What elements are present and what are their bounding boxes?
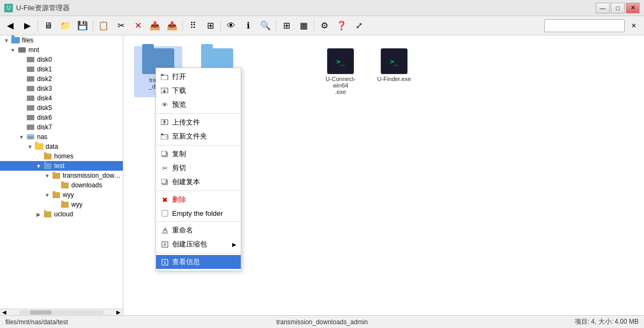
sidebar-label-disk1: disk1 (37, 65, 52, 73)
help-button[interactable]: ❓ (334, 18, 350, 33)
sidebar-item-ucloud[interactable]: ▶ ucloud (0, 209, 123, 219)
sidebar-item-wyy-leaf[interactable]: wyy (0, 200, 123, 209)
disk2-icon (26, 75, 35, 83)
panel-button[interactable]: ▦ (295, 18, 312, 33)
sidebar-item-disk6[interactable]: disk6 (0, 113, 123, 122)
sidebar-label-mnt: mnt (28, 46, 39, 54)
sidebar-item-disk4[interactable]: disk4 (0, 93, 123, 103)
layout-button[interactable]: ⊞ (278, 18, 294, 33)
menu-item-empty-folder[interactable]: Empty the folder (156, 207, 241, 220)
menu-sep-5 (156, 253, 241, 253)
file-item-ufinder[interactable]: >_ U-Finder.exe (370, 46, 418, 97)
menu-label-download: 下载 (172, 86, 186, 96)
sidebar-item-homes[interactable]: homes (0, 151, 123, 161)
ucloud-icon (43, 210, 53, 218)
minimize-button[interactable]: — (596, 3, 610, 13)
sidebar-label-wyy-branch: wyy (63, 191, 74, 199)
menu-item-info[interactable]: 查看信息 (156, 255, 241, 269)
sidebar-item-mnt[interactable]: ▼ mnt (0, 45, 123, 55)
menu-item-preview[interactable]: 👁 预览 (156, 98, 241, 112)
view-button[interactable]: 👁 (223, 18, 239, 33)
window-title: U-File资源管理器 (16, 3, 596, 13)
forward-button[interactable]: ▶ (19, 18, 35, 33)
search-input[interactable] (544, 19, 625, 32)
statusbar: files/mnt/nas/data/test transmission_dow… (0, 315, 644, 328)
hscroll-left[interactable]: ◀ (0, 309, 9, 315)
menu-item-download[interactable]: 下载 (156, 84, 241, 98)
menu-item-duplicate[interactable]: 创建复本 (156, 175, 241, 189)
sidebar-hscroll[interactable]: ◀ ▶ (0, 309, 123, 315)
menu-item-compress[interactable]: 创建压缩包 ▶ (156, 237, 241, 251)
menu-label-preview: 预览 (172, 100, 186, 110)
toggle-nas[interactable]: ▼ (17, 134, 26, 140)
search-clear-button[interactable]: ✕ (626, 18, 642, 33)
menu-item-copy[interactable]: 复制 (156, 147, 241, 161)
fullscreen-button[interactable]: ⤢ (351, 18, 367, 33)
search-button[interactable]: 🔍 (257, 18, 273, 33)
sidebar-tree: ▼ files ▼ mnt disk0 disk1 (0, 35, 123, 309)
menu-item-delete[interactable]: ✖ 删除 (156, 193, 241, 207)
uconnect-name: U-Connect-win64.exe (319, 76, 362, 95)
grid2-button[interactable]: ⊞ (202, 18, 218, 33)
sidebar-label-wyy-leaf: wyy (71, 201, 83, 208)
upload-button[interactable]: 📤 (147, 18, 163, 33)
sidebar-label-homes: homes (54, 152, 73, 160)
info-button[interactable]: ℹ (240, 18, 256, 33)
sidebar-item-disk1[interactable]: disk1 (0, 64, 123, 74)
close-button[interactable]: ✕ (626, 3, 640, 13)
statusbar-center: transmission_downloads_admin (217, 318, 428, 326)
menu-item-open[interactable]: 打开 (156, 70, 241, 84)
sidebar-item-data[interactable]: ▼ data (0, 142, 123, 151)
toggle-data[interactable]: ▼ (26, 144, 34, 150)
menu-label-open: 打开 (172, 72, 186, 82)
sidebar-item-disk7[interactable]: disk7 (0, 122, 123, 132)
sidebar-item-disk0[interactable]: disk0 (0, 55, 123, 64)
spacer (247, 46, 279, 97)
cut-button[interactable]: ✂ (113, 18, 129, 33)
clipboard-button[interactable]: 📋 (95, 18, 112, 33)
desktop-button[interactable]: 🖥 (40, 18, 56, 33)
toggle-wyy[interactable]: ▼ (43, 192, 51, 198)
sidebar-item-test[interactable]: ▼ test (0, 161, 123, 171)
content-area: trans..._dow... >_ U-Connect-win64.exe (123, 35, 644, 315)
disk4-icon (26, 94, 35, 102)
hscroll-right[interactable]: ▶ (114, 309, 123, 315)
settings-button[interactable]: ⚙ (316, 18, 332, 33)
svg-rect-1 (161, 74, 164, 76)
save-button[interactable]: 💾 (75, 18, 91, 33)
file-item-uconnect[interactable]: >_ U-Connect-win64.exe (316, 46, 365, 97)
toggle-ucloud[interactable]: ▶ (34, 212, 43, 217)
toolbar: ◀ ▶ 🖥 📁 💾 📋 ✂ ✕ 📤 📤 ⠿ ⊞ 👁 ℹ 🔍 ⊞ ▦ ⚙ ❓ ⤢ … (0, 16, 644, 35)
sidebar-item-disk5[interactable]: disk5 (0, 103, 123, 113)
homes-icon (43, 152, 53, 160)
folder-button[interactable]: 📁 (57, 18, 73, 33)
uconnect-icon: >_ (327, 48, 354, 74)
menu-item-upload[interactable]: 上传文件 (156, 115, 241, 129)
toggle-transmission[interactable]: ▼ (43, 173, 51, 179)
upload-icon (160, 118, 169, 127)
statusbar-path: files/mnt/nas/data/test (5, 318, 217, 326)
sidebar-item-wyy-branch[interactable]: ▼ wyy (0, 190, 123, 200)
sidebar-item-nas[interactable]: ▼ nas nas (0, 132, 123, 142)
sidebar-item-files[interactable]: ▼ files (0, 35, 123, 45)
sidebar-label-test: test (54, 162, 64, 170)
sidebar-item-disk3[interactable]: disk3 (0, 84, 123, 93)
statusbar-info: 项目: 4, 大小: 4.00 MB (427, 317, 639, 326)
sidebar-item-disk2[interactable]: disk2 (0, 74, 123, 84)
sidebar-item-transmission[interactable]: ▼ transmission_down... (0, 171, 123, 180)
toggle-mnt[interactable]: ▼ (9, 47, 17, 53)
menu-item-rename[interactable]: 重命名 (156, 223, 241, 237)
maximize-button[interactable]: □ (611, 3, 625, 13)
menu-item-cut[interactable]: ✂ 剪切 (156, 161, 241, 175)
hscroll-thumb[interactable] (30, 310, 51, 315)
toggle-files[interactable]: ▼ (2, 38, 11, 43)
grid1-button[interactable]: ⠿ (185, 18, 201, 33)
delete-button[interactable]: ✕ (130, 18, 146, 33)
toggle-test[interactable]: ▼ (34, 163, 43, 169)
sidebar-item-downloads[interactable]: downloads (0, 180, 123, 190)
sidebar-label-nas: nas (37, 133, 47, 141)
upload2-button[interactable]: 📤 (164, 18, 180, 33)
back-button[interactable]: ◀ (2, 18, 18, 33)
menu-item-new-folder[interactable]: + 至新文件夹 (156, 129, 241, 143)
svg-rect-13 (162, 210, 168, 216)
